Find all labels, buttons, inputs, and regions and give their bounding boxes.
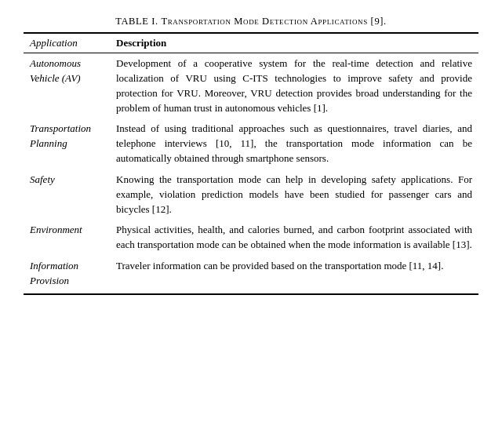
table-row: SafetyKnowing the transportation mode ca… <box>24 169 478 220</box>
table-row: EnvironmentPhysical activities, health, … <box>24 220 478 256</box>
table-header-row: Application Description <box>24 33 478 53</box>
application-cell: Safety <box>24 169 110 220</box>
table-row: Transportation PlanningInstead of using … <box>24 118 478 169</box>
description-cell: Traveler information can be provided bas… <box>110 256 478 294</box>
application-cell: Information Provision <box>24 256 110 294</box>
application-header: Application <box>24 33 110 53</box>
description-cell: Physical activities, health, and calorie… <box>110 220 478 256</box>
description-header: Description <box>110 33 478 53</box>
page-wrapper: TABLE I. Transportation Mode Detection A… <box>24 16 478 295</box>
application-cell: Autonomous Vehicle (AV) <box>24 53 110 119</box>
description-cell: Development of a cooperative system for … <box>110 53 478 119</box>
table-row: Autonomous Vehicle (AV)Development of a … <box>24 53 478 119</box>
description-cell: Instead of using traditional approaches … <box>110 118 478 169</box>
application-cell: Environment <box>24 220 110 256</box>
application-cell: Transportation Planning <box>24 118 110 169</box>
table-row: Information ProvisionTraveler informatio… <box>24 256 478 294</box>
table-title: TABLE I. Transportation Mode Detection A… <box>24 16 478 27</box>
description-cell: Knowing the transportation mode can help… <box>110 169 478 220</box>
main-table: Application Description Autonomous Vehic… <box>24 32 478 295</box>
